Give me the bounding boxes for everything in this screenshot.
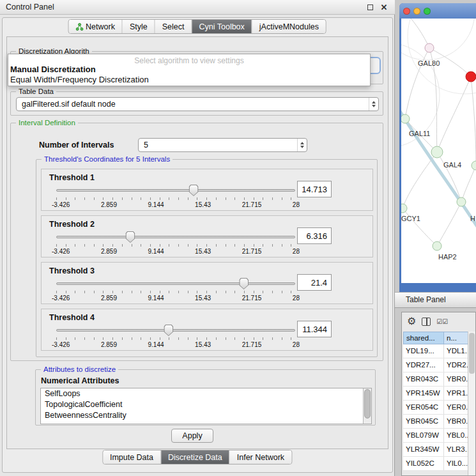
slider-scale: -3.4262.8599.14415.4321.71528 <box>52 341 300 348</box>
list-item-selfloops[interactable]: SelfLoops <box>41 388 371 399</box>
number-of-intervals-value: 5 <box>144 141 297 150</box>
table-row[interactable]: YER054CYER0... <box>403 401 468 415</box>
node-gcy1[interactable] <box>401 204 407 213</box>
threshold-4-slider[interactable]: -3.4262.8599.14415.4321.71528 <box>52 323 300 350</box>
threshold-2-value-field[interactable]: 6.316 <box>297 227 332 244</box>
attributes-scrollbar[interactable] <box>363 388 371 424</box>
thick-edge[interactable] <box>401 105 476 233</box>
minimize-traffic-light[interactable] <box>413 8 420 15</box>
close-traffic-light[interactable] <box>403 8 410 15</box>
table-row[interactable]: YIL052CYIL0... <box>403 457 468 471</box>
node-pink[interactable] <box>425 43 434 52</box>
column-header-name[interactable]: n... <box>444 332 469 344</box>
tab-network[interactable]: Network <box>68 20 123 33</box>
columns-icon[interactable] <box>422 318 431 326</box>
network-graph: GAL80 GAL11 GAL4 GCY1 HAP2 H <box>401 19 476 283</box>
node-gal4[interactable] <box>431 146 443 158</box>
slider-ticks <box>56 337 295 340</box>
table-row[interactable]: YPR145WYPR1... <box>403 387 468 401</box>
threshold-2-panel: Threshold 2 -3.4262.8599.14415.4321.7152… <box>41 215 373 257</box>
gear-icon[interactable]: ⚙ <box>407 316 416 326</box>
dropdown-option-equal-width[interactable]: Equal Width/Frequency Discretization <box>8 75 370 85</box>
node-label-gal80: GAL80 <box>418 59 440 67</box>
close-icon: ✕ <box>381 3 388 12</box>
control-panel-titlebar: Control Panel ✕ <box>0 0 395 15</box>
tab-select[interactable]: Select <box>155 20 192 33</box>
node-h[interactable] <box>457 197 466 206</box>
node-selected-red[interactable] <box>466 72 476 82</box>
table-row[interactable]: YDL19...YDL1... <box>403 344 468 358</box>
thresholds-group: Threshold's Coordinates for 5 Intervals … <box>36 159 378 357</box>
scrollbar-thumb[interactable] <box>469 333 475 374</box>
table-scrollbar[interactable] <box>468 332 475 475</box>
threshold-3-panel: Threshold 3 -3.4262.8599.14415.4321.7152… <box>41 262 373 304</box>
table-row[interactable]: YDR27...YDR2... <box>403 358 468 372</box>
threshold-2-slider[interactable]: -3.4262.8599.14415.4321.71528 <box>52 230 300 257</box>
threshold-3-value-field[interactable]: 21.4 <box>297 274 332 291</box>
table-row[interactable]: YBL079WYBL0... <box>403 429 468 443</box>
network-window-titlebar[interactable] <box>399 3 476 19</box>
slider-ticks <box>56 244 295 247</box>
number-of-intervals-label: Number of Intervals <box>39 141 114 150</box>
node-right-edge[interactable] <box>472 161 476 170</box>
threshold-1-value-field[interactable]: 14.713 <box>297 181 332 197</box>
table-toolbar: ⚙ ☑☑ <box>402 312 475 330</box>
slider-thumb[interactable] <box>164 325 173 336</box>
close-window-button[interactable]: ✕ <box>379 2 389 12</box>
node-gal11[interactable] <box>401 114 410 123</box>
scrollbar-thumb[interactable] <box>364 389 371 418</box>
number-of-intervals-combobox[interactable]: 5 <box>138 138 307 152</box>
thresholds-group-title: Threshold's Coordinates for 5 Intervals <box>42 155 173 164</box>
table-row[interactable]: YLR345WYLR3... <box>403 443 468 457</box>
tab-jactivemnodules[interactable]: jActiveMNodules <box>252 20 326 33</box>
table-data-combobox[interactable]: galFiltered.sif default node <box>16 97 379 111</box>
threshold-3-slider[interactable]: -3.4262.8599.14415.4321.71528 <box>52 277 300 303</box>
right-column: GAL80 GAL11 GAL4 GCY1 HAP2 H Table Panel… <box>395 0 476 476</box>
algorithm-dropdown: Select algorithm to view settings Manual… <box>8 54 371 86</box>
dropdown-placeholder: Select algorithm to view settings <box>8 54 370 65</box>
slider-thumb[interactable] <box>239 278 249 289</box>
node-label-hap2: HAP2 <box>438 253 457 261</box>
slider-thumb[interactable] <box>189 185 199 196</box>
zoom-traffic-light[interactable] <box>424 8 431 15</box>
interval-definition-title: Interval Definition <box>16 118 78 127</box>
slider-thumb[interactable] <box>125 231 135 243</box>
intervals-stepper-icon[interactable] <box>297 139 307 151</box>
table-panel-header[interactable]: Table Panel <box>395 292 476 308</box>
table-data-group: Table Data galFiltered.sif default node <box>10 91 383 116</box>
table-browser-window: ⚙ ☑☑ shared... n... YDL19...YDL1... YDR2… <box>401 312 476 476</box>
table-row[interactable]: YBR043CYBR0... <box>403 372 468 387</box>
apply-button[interactable]: Apply <box>171 429 213 443</box>
list-item-betweennesscentrality[interactable]: BetweennessCentrality <box>41 410 371 421</box>
threshold-1-slider[interactable]: -3.4262.8599.14415.4321.71528 <box>52 183 300 210</box>
tab-cyni-toolbox[interactable]: Cyni Toolbox <box>192 20 252 33</box>
column-header-shared-name[interactable]: shared... <box>403 332 444 344</box>
node-label-gal11: GAL11 <box>409 130 430 137</box>
checkbox-filter-icons[interactable]: ☑☑ <box>436 318 448 325</box>
slider-scale: -3.4262.8599.14415.4321.71528 <box>52 248 300 255</box>
tab-network-label: Network <box>86 22 115 31</box>
tab-infer-network[interactable]: Infer Network <box>230 450 291 464</box>
slider-ticks <box>56 197 295 200</box>
network-icon <box>75 23 83 31</box>
control-panel-tabs: Network Style Select Cyni Toolbox jActiv… <box>68 19 326 34</box>
tab-impute-data[interactable]: Impute Data <box>103 450 161 464</box>
node-label-gcy1: GCY1 <box>401 215 420 222</box>
interval-definition-group: Interval Definition Number of Intervals … <box>10 123 383 361</box>
threshold-4-label: Threshold 4 <box>49 313 95 322</box>
slider-scale: -3.4262.8599.14415.4321.71528 <box>52 201 300 208</box>
table-row[interactable]: YBR045CYBR0... <box>403 415 468 429</box>
threshold-4-value-field[interactable]: 11.344 <box>297 321 332 337</box>
threshold-1-panel: Threshold 1 -3.4262.8599.14415.4321.7152… <box>41 169 373 211</box>
attributes-group: Attributes to discretize Numerical Attri… <box>35 369 376 426</box>
node-hap2[interactable] <box>433 242 441 250</box>
combobox-stepper-icon[interactable] <box>369 98 378 111</box>
dropdown-option-manual-discretization[interactable]: Manual Discretization <box>8 65 370 75</box>
float-window-button[interactable] <box>365 2 375 12</box>
network-canvas[interactable]: GAL80 GAL11 GAL4 GCY1 HAP2 H <box>401 19 476 283</box>
tab-style[interactable]: Style <box>123 20 155 33</box>
attributes-listbox[interactable]: SelfLoops TopologicalCoefficient Between… <box>40 388 372 424</box>
tab-discretize-data[interactable]: Discretize Data <box>161 450 230 464</box>
list-item-topologicalcoefficient[interactable]: TopologicalCoefficient <box>41 399 371 410</box>
slider-scale: -3.4262.8599.14415.4321.71528 <box>52 295 300 302</box>
